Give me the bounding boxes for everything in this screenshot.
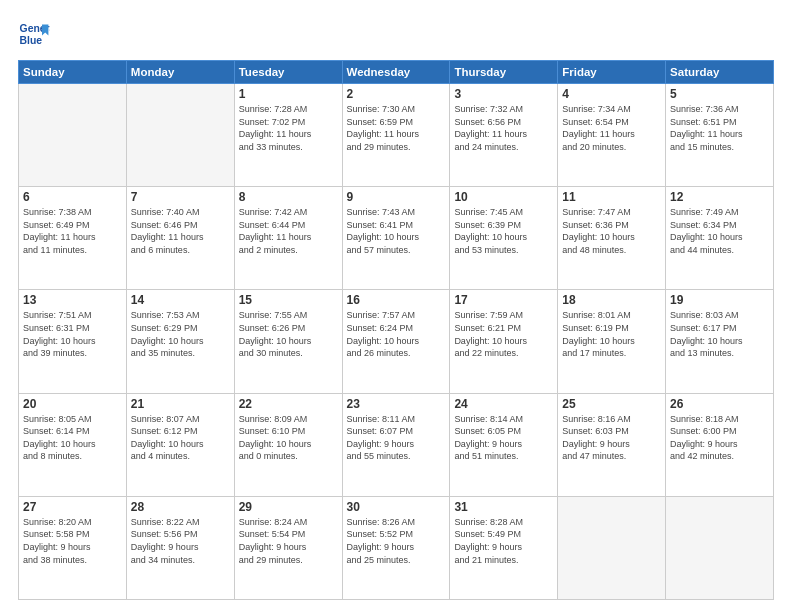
day-number: 27 [23,500,122,514]
day-info: Sunrise: 7:30 AM Sunset: 6:59 PM Dayligh… [347,103,446,153]
day-info: Sunrise: 7:40 AM Sunset: 6:46 PM Dayligh… [131,206,230,256]
day-number: 23 [347,397,446,411]
calendar-day: 28Sunrise: 8:22 AM Sunset: 5:56 PM Dayli… [126,496,234,599]
calendar-day: 18Sunrise: 8:01 AM Sunset: 6:19 PM Dayli… [558,290,666,393]
calendar-week-1: 1Sunrise: 7:28 AM Sunset: 7:02 PM Daylig… [19,84,774,187]
weekday-header-row: SundayMondayTuesdayWednesdayThursdayFrid… [19,61,774,84]
calendar-day: 1Sunrise: 7:28 AM Sunset: 7:02 PM Daylig… [234,84,342,187]
day-number: 1 [239,87,338,101]
day-number: 8 [239,190,338,204]
calendar-day [126,84,234,187]
calendar-day: 30Sunrise: 8:26 AM Sunset: 5:52 PM Dayli… [342,496,450,599]
calendar-day: 29Sunrise: 8:24 AM Sunset: 5:54 PM Dayli… [234,496,342,599]
calendar-day: 7Sunrise: 7:40 AM Sunset: 6:46 PM Daylig… [126,187,234,290]
day-info: Sunrise: 7:34 AM Sunset: 6:54 PM Dayligh… [562,103,661,153]
calendar-day: 4Sunrise: 7:34 AM Sunset: 6:54 PM Daylig… [558,84,666,187]
calendar-day: 11Sunrise: 7:47 AM Sunset: 6:36 PM Dayli… [558,187,666,290]
calendar-day: 27Sunrise: 8:20 AM Sunset: 5:58 PM Dayli… [19,496,127,599]
day-info: Sunrise: 8:22 AM Sunset: 5:56 PM Dayligh… [131,516,230,566]
day-info: Sunrise: 8:26 AM Sunset: 5:52 PM Dayligh… [347,516,446,566]
weekday-header-saturday: Saturday [666,61,774,84]
weekday-header-sunday: Sunday [19,61,127,84]
day-number: 25 [562,397,661,411]
day-number: 24 [454,397,553,411]
day-info: Sunrise: 8:03 AM Sunset: 6:17 PM Dayligh… [670,309,769,359]
logo: General Blue [18,18,50,50]
day-number: 21 [131,397,230,411]
calendar-week-4: 20Sunrise: 8:05 AM Sunset: 6:14 PM Dayli… [19,393,774,496]
calendar-day: 12Sunrise: 7:49 AM Sunset: 6:34 PM Dayli… [666,187,774,290]
header: General Blue [18,18,774,50]
day-number: 18 [562,293,661,307]
day-number: 15 [239,293,338,307]
day-number: 17 [454,293,553,307]
day-number: 31 [454,500,553,514]
day-number: 3 [454,87,553,101]
day-info: Sunrise: 8:07 AM Sunset: 6:12 PM Dayligh… [131,413,230,463]
calendar-day: 24Sunrise: 8:14 AM Sunset: 6:05 PM Dayli… [450,393,558,496]
day-info: Sunrise: 7:53 AM Sunset: 6:29 PM Dayligh… [131,309,230,359]
calendar-week-3: 13Sunrise: 7:51 AM Sunset: 6:31 PM Dayli… [19,290,774,393]
day-number: 12 [670,190,769,204]
calendar-day: 10Sunrise: 7:45 AM Sunset: 6:39 PM Dayli… [450,187,558,290]
day-number: 11 [562,190,661,204]
day-info: Sunrise: 8:24 AM Sunset: 5:54 PM Dayligh… [239,516,338,566]
calendar-table: SundayMondayTuesdayWednesdayThursdayFrid… [18,60,774,600]
generalblue-logo-icon: General Blue [18,18,50,50]
calendar-day: 9Sunrise: 7:43 AM Sunset: 6:41 PM Daylig… [342,187,450,290]
calendar-day: 2Sunrise: 7:30 AM Sunset: 6:59 PM Daylig… [342,84,450,187]
day-info: Sunrise: 7:36 AM Sunset: 6:51 PM Dayligh… [670,103,769,153]
day-info: Sunrise: 7:28 AM Sunset: 7:02 PM Dayligh… [239,103,338,153]
day-number: 20 [23,397,122,411]
day-number: 5 [670,87,769,101]
day-info: Sunrise: 8:16 AM Sunset: 6:03 PM Dayligh… [562,413,661,463]
calendar-day: 15Sunrise: 7:55 AM Sunset: 6:26 PM Dayli… [234,290,342,393]
day-number: 4 [562,87,661,101]
calendar-day: 22Sunrise: 8:09 AM Sunset: 6:10 PM Dayli… [234,393,342,496]
calendar-day: 5Sunrise: 7:36 AM Sunset: 6:51 PM Daylig… [666,84,774,187]
weekday-header-thursday: Thursday [450,61,558,84]
calendar-day: 16Sunrise: 7:57 AM Sunset: 6:24 PM Dayli… [342,290,450,393]
day-number: 6 [23,190,122,204]
calendar-day: 3Sunrise: 7:32 AM Sunset: 6:56 PM Daylig… [450,84,558,187]
day-info: Sunrise: 7:32 AM Sunset: 6:56 PM Dayligh… [454,103,553,153]
day-info: Sunrise: 7:47 AM Sunset: 6:36 PM Dayligh… [562,206,661,256]
day-info: Sunrise: 7:57 AM Sunset: 6:24 PM Dayligh… [347,309,446,359]
calendar-day [558,496,666,599]
day-info: Sunrise: 7:45 AM Sunset: 6:39 PM Dayligh… [454,206,553,256]
calendar-day: 6Sunrise: 7:38 AM Sunset: 6:49 PM Daylig… [19,187,127,290]
weekday-header-tuesday: Tuesday [234,61,342,84]
day-info: Sunrise: 7:59 AM Sunset: 6:21 PM Dayligh… [454,309,553,359]
calendar-day: 8Sunrise: 7:42 AM Sunset: 6:44 PM Daylig… [234,187,342,290]
day-info: Sunrise: 7:42 AM Sunset: 6:44 PM Dayligh… [239,206,338,256]
day-info: Sunrise: 8:28 AM Sunset: 5:49 PM Dayligh… [454,516,553,566]
day-number: 28 [131,500,230,514]
calendar-day: 25Sunrise: 8:16 AM Sunset: 6:03 PM Dayli… [558,393,666,496]
calendar-week-2: 6Sunrise: 7:38 AM Sunset: 6:49 PM Daylig… [19,187,774,290]
calendar-day: 19Sunrise: 8:03 AM Sunset: 6:17 PM Dayli… [666,290,774,393]
day-number: 30 [347,500,446,514]
calendar-week-5: 27Sunrise: 8:20 AM Sunset: 5:58 PM Dayli… [19,496,774,599]
calendar-day: 17Sunrise: 7:59 AM Sunset: 6:21 PM Dayli… [450,290,558,393]
day-number: 2 [347,87,446,101]
calendar-day: 20Sunrise: 8:05 AM Sunset: 6:14 PM Dayli… [19,393,127,496]
day-info: Sunrise: 8:18 AM Sunset: 6:00 PM Dayligh… [670,413,769,463]
calendar-day: 26Sunrise: 8:18 AM Sunset: 6:00 PM Dayli… [666,393,774,496]
day-number: 10 [454,190,553,204]
day-number: 22 [239,397,338,411]
weekday-header-wednesday: Wednesday [342,61,450,84]
day-info: Sunrise: 8:14 AM Sunset: 6:05 PM Dayligh… [454,413,553,463]
calendar-day: 31Sunrise: 8:28 AM Sunset: 5:49 PM Dayli… [450,496,558,599]
day-number: 9 [347,190,446,204]
day-number: 7 [131,190,230,204]
calendar-day [19,84,127,187]
day-number: 16 [347,293,446,307]
calendar-day: 14Sunrise: 7:53 AM Sunset: 6:29 PM Dayli… [126,290,234,393]
svg-text:Blue: Blue [20,35,43,46]
day-info: Sunrise: 7:43 AM Sunset: 6:41 PM Dayligh… [347,206,446,256]
day-number: 26 [670,397,769,411]
day-info: Sunrise: 7:49 AM Sunset: 6:34 PM Dayligh… [670,206,769,256]
day-info: Sunrise: 8:11 AM Sunset: 6:07 PM Dayligh… [347,413,446,463]
day-info: Sunrise: 7:38 AM Sunset: 6:49 PM Dayligh… [23,206,122,256]
weekday-header-friday: Friday [558,61,666,84]
